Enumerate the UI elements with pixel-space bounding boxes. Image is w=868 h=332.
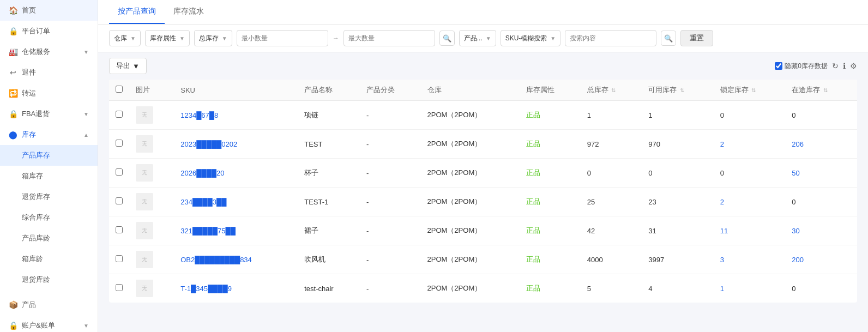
settings-icon[interactable]: ⚙ (850, 62, 857, 70)
row-available: 3997 (642, 245, 714, 274)
hide-zero-toggle-label[interactable]: 隐藏0库存数据 (775, 62, 828, 71)
sidebar-item-return-inventory[interactable]: 退货库存 (0, 186, 98, 207)
sidebar-item-returns[interactable]: ↩ 退件 (0, 62, 98, 83)
transit-value[interactable]: 50 (792, 169, 799, 177)
transit-value[interactable]: 30 (792, 227, 799, 235)
sidebar-item-home[interactable]: 🏠 首页 (0, 0, 98, 21)
row-checkbox[interactable] (116, 140, 123, 147)
sidebar-item-fba-returns[interactable]: 🔒 FBA退货 ▼ (0, 104, 98, 124)
col-sku: SKU (174, 80, 298, 101)
sku-search-filter[interactable]: SKU-模糊搜索 ▼ (501, 30, 561, 46)
locked-value[interactable]: 3 (720, 256, 724, 264)
sku-link[interactable]: T-1█345████9 (180, 285, 232, 293)
row-checkbox-cell (109, 245, 129, 274)
locked-value[interactable]: 11 (720, 227, 728, 235)
reset-button[interactable]: 重置 (680, 30, 713, 46)
sku-link[interactable]: 321█████75██ (180, 227, 236, 235)
transit-value[interactable]: 206 (792, 140, 804, 148)
sidebar-item-transfer[interactable]: 🔁 转运 (0, 83, 98, 104)
row-locked: 2 (714, 188, 786, 216)
row-transit: 50 (785, 159, 857, 188)
row-checkbox-cell (109, 130, 129, 159)
row-inv-attr: 正品 (520, 245, 581, 274)
search-content-input[interactable] (565, 30, 656, 46)
sku-link[interactable]: OB2█████████834 (180, 256, 252, 264)
account-icon: 🔒 (9, 321, 17, 330)
row-warehouse: 2POM（2POM） (421, 216, 520, 245)
row-total: 1 (581, 101, 642, 130)
sidebar-item-label: 平台订单 (22, 26, 50, 36)
sidebar-item-warehouse-service[interactable]: 🏭 仓储服务 ▼ (0, 41, 98, 62)
row-locked: 11 (714, 216, 786, 245)
row-checkbox[interactable] (116, 255, 123, 262)
row-image: 无 (129, 216, 174, 245)
row-sku: 321█████75██ (174, 216, 298, 245)
info-icon[interactable]: ℹ (843, 62, 846, 70)
warehouse-filter[interactable]: 仓库 ▼ (109, 30, 141, 46)
inv-attr-badge: 正品 (526, 284, 540, 292)
sku-link[interactable]: 1234█67█8 (180, 111, 218, 119)
table-row: 无 2026████20 杯子 - 2POM（2POM） 正品 0 0 0 50 (109, 159, 857, 188)
total-inventory-filter[interactable]: 总库存 ▼ (194, 30, 232, 46)
transit-value[interactable]: 200 (792, 256, 804, 264)
chevron-down-icon: ▼ (130, 35, 136, 41)
row-transit: 30 (785, 216, 857, 245)
product-image: 无 (136, 106, 153, 124)
row-checkbox[interactable] (116, 111, 123, 118)
locked-value[interactable]: 1 (720, 285, 724, 293)
arrow-icon: → (333, 34, 339, 42)
hide-zero-checkbox[interactable] (775, 62, 782, 70)
sidebar-item-label: 账户&账单 (22, 321, 55, 330)
col-warehouse-label: 仓库 (427, 86, 442, 94)
row-inv-attr: 正品 (520, 130, 581, 159)
min-qty-input[interactable] (237, 30, 328, 46)
row-checkbox-cell (109, 101, 129, 130)
qty-search-button[interactable]: 🔍 (439, 31, 455, 46)
search-button[interactable]: 🔍 (661, 31, 676, 46)
row-category: - (360, 216, 421, 245)
row-category: - (360, 245, 421, 274)
sidebar-item-product-inventory[interactable]: 产品库存 (0, 145, 98, 166)
row-checkbox[interactable] (116, 197, 123, 204)
sku-link[interactable]: 234████3██ (180, 198, 226, 206)
product-filter[interactable]: 产品... ▼ (459, 30, 496, 46)
sidebar-item-return-age[interactable]: 退货库龄 (0, 269, 98, 290)
inventory-attr-filter[interactable]: 库存属性 ▼ (145, 30, 190, 46)
row-checkbox[interactable] (116, 168, 123, 176)
row-sku: 1234█67█8 (174, 101, 298, 130)
row-product-name: 杯子 (298, 159, 360, 188)
col-image: 图片 (129, 80, 174, 101)
row-category: - (360, 274, 421, 303)
sidebar-item-accounts[interactable]: 🔒 账户&账单 ▼ (0, 315, 98, 332)
sku-link[interactable]: 2023█████0202 (180, 140, 237, 148)
chevron-down-icon: ▼ (83, 49, 89, 55)
sidebar-item-inventory[interactable]: ⬤ 库存 ▲ (0, 124, 98, 145)
sidebar-item-platform-orders[interactable]: 🔒 平台订单 (0, 21, 98, 41)
chevron-down-icon: ▼ (179, 35, 185, 41)
row-checkbox[interactable] (116, 284, 123, 291)
sidebar-item-combined-inventory[interactable]: 综合库存 (0, 207, 98, 228)
locked-value[interactable]: 2 (720, 198, 724, 206)
tab-inventory-flow[interactable]: 库存流水 (165, 0, 213, 24)
col-available: 可用库存 ⇅ (642, 80, 714, 101)
row-warehouse: 2POM（2POM） (421, 188, 520, 216)
refresh-icon[interactable]: ↻ (832, 62, 839, 70)
sidebar-item-box-age[interactable]: 箱库龄 (0, 249, 98, 269)
sidebar-item-products[interactable]: 📦 产品 (0, 294, 98, 315)
row-locked: 2 (714, 130, 786, 159)
sidebar-item-product-age[interactable]: 产品库龄 (0, 228, 98, 249)
export-button[interactable]: 导出 ▼ (109, 58, 147, 74)
transfer-icon: 🔁 (9, 89, 17, 98)
row-locked: 1 (714, 274, 786, 303)
tab-by-product[interactable]: 按产品查询 (109, 0, 165, 24)
total-inventory-label: 总库存 (199, 34, 219, 43)
row-inv-attr: 正品 (520, 188, 581, 216)
sidebar-item-box-inventory[interactable]: 箱库存 (0, 166, 98, 186)
select-all-checkbox[interactable] (116, 86, 123, 93)
max-qty-input[interactable] (343, 30, 435, 46)
row-checkbox[interactable] (116, 226, 123, 233)
locked-value[interactable]: 2 (720, 140, 724, 148)
sku-link[interactable]: 2026████20 (180, 169, 224, 177)
product-image: 无 (136, 251, 153, 268)
sidebar-item-label: 退件 (22, 68, 36, 77)
